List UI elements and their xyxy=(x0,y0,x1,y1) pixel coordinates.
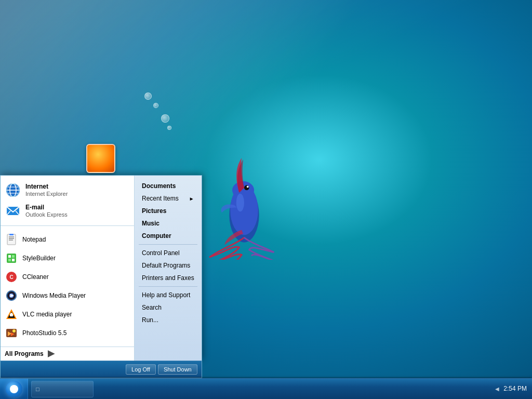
start-menu-left: Internet Internet Explorer E xyxy=(1,176,135,361)
all-programs-item[interactable]: All Programs xyxy=(1,347,134,361)
menu-item-email[interactable]: E-mail Outlook Express xyxy=(1,201,134,221)
internet-subtitle: Internet Explorer xyxy=(25,191,68,197)
bubble xyxy=(167,126,171,130)
svg-point-38 xyxy=(12,329,16,332)
right-item-documents[interactable]: Documents xyxy=(135,180,202,192)
ccleaner-label: CCleaner xyxy=(22,273,49,281)
start-menu: Internet Internet Explorer E xyxy=(0,144,202,378)
menu-item-internet[interactable]: Internet Internet Explorer xyxy=(1,180,134,201)
right-menu-items: Documents Recent Items ► Pictures Music … xyxy=(135,180,202,326)
taskbar-item[interactable]: □ xyxy=(31,381,94,397)
start-menu-panel: Internet Internet Explorer E xyxy=(0,175,202,361)
stylebuilder-icon xyxy=(5,251,18,265)
printers-label: Printers and Faxes xyxy=(142,274,194,282)
logoff-button[interactable]: Log Off xyxy=(126,364,156,375)
wmp-label: Windows Media Player xyxy=(22,292,86,299)
taskbar-arrow-icon[interactable]: ◀ xyxy=(495,386,499,392)
menu-item-vlc[interactable]: VLC media player xyxy=(1,305,134,324)
ccleaner-icon: C xyxy=(5,270,18,284)
fish-decoration xyxy=(197,145,291,260)
stylebuilder-label: StyleBuilder xyxy=(22,255,56,262)
menu-item-stylebuilder[interactable]: StyleBuilder xyxy=(1,249,134,268)
all-programs-arrow-icon xyxy=(48,350,55,357)
svg-point-3 xyxy=(244,185,249,191)
svg-point-34 xyxy=(10,313,12,315)
control-panel-label: Control Panel xyxy=(142,249,180,257)
bubble xyxy=(161,114,169,123)
right-separator-1 xyxy=(139,244,197,245)
vlc-icon xyxy=(5,308,18,321)
recent-arrow-icon: ► xyxy=(189,196,194,202)
right-separator-2 xyxy=(139,286,197,287)
start-menu-bottom: Log Off Shut Down xyxy=(0,361,202,378)
vlc-label: VLC media player xyxy=(22,311,72,318)
wmp-icon xyxy=(5,289,18,302)
right-item-search[interactable]: Search xyxy=(135,301,202,314)
right-item-music[interactable]: Music xyxy=(135,217,202,230)
right-item-default-programs[interactable]: Default Programs xyxy=(135,259,202,272)
email-subtitle: Outlook Express xyxy=(25,211,68,218)
all-programs-label: All Programs xyxy=(5,350,44,357)
start-menu-right: Documents Recent Items ► Pictures Music … xyxy=(135,176,202,361)
shutdown-button[interactable]: Shut Down xyxy=(158,364,197,375)
computer-label: Computer xyxy=(142,232,171,240)
recent-items: Notepad StyleBuilder xyxy=(1,226,134,347)
email-icon xyxy=(5,203,21,219)
menu-item-notepad[interactable]: Notepad xyxy=(1,230,134,249)
right-item-recent[interactable]: Recent Items ► xyxy=(135,192,202,205)
svg-rect-20 xyxy=(7,254,16,263)
svg-point-4 xyxy=(247,185,249,188)
ie-icon xyxy=(5,182,21,198)
svg-rect-22 xyxy=(12,255,15,258)
right-item-help[interactable]: Help and Support xyxy=(135,289,202,301)
email-title: E-mail xyxy=(25,204,68,211)
taskbar-programs: □ xyxy=(28,379,490,399)
documents-label: Documents xyxy=(142,182,176,190)
internet-title: Internet xyxy=(25,183,68,190)
svg-rect-23 xyxy=(8,259,11,261)
svg-text:C: C xyxy=(9,274,13,280)
clock: 2:54 PM xyxy=(503,385,527,393)
start-menu-logo-row xyxy=(0,144,202,175)
menu-item-photostudio[interactable]: PhotoStudio 5.5 xyxy=(1,324,134,342)
menu-item-ccleaner[interactable]: C CCleaner xyxy=(1,268,134,286)
svg-rect-21 xyxy=(8,255,11,258)
pinned-items: Internet Internet Explorer E xyxy=(1,176,134,226)
notepad-icon xyxy=(5,233,18,246)
right-item-control-panel[interactable]: Control Panel xyxy=(135,247,202,259)
start-button[interactable] xyxy=(0,379,28,400)
run-label: Run... xyxy=(142,316,158,324)
right-item-pictures[interactable]: Pictures xyxy=(135,205,202,217)
clock-time: 2:54 PM xyxy=(503,385,527,393)
svg-point-5 xyxy=(236,194,244,211)
right-item-printers[interactable]: Printers and Faxes xyxy=(135,272,202,284)
svg-rect-19 xyxy=(9,234,14,235)
svg-rect-15 xyxy=(7,234,16,245)
user-picture xyxy=(86,144,115,173)
taskbar-item-label: □ xyxy=(36,386,39,392)
music-label: Music xyxy=(142,220,159,227)
bubble xyxy=(153,103,158,108)
svg-rect-24 xyxy=(12,259,15,261)
menu-item-wmp[interactable]: Windows Media Player xyxy=(1,286,134,305)
pictures-label: Pictures xyxy=(142,207,166,215)
search-label: Search xyxy=(142,304,162,311)
recent-label: Recent Items xyxy=(142,195,179,202)
notepad-label: Notepad xyxy=(22,236,46,243)
taskbar-right: ◀ 2:54 PM xyxy=(490,385,532,393)
bubble xyxy=(144,92,152,100)
start-orb xyxy=(6,381,22,397)
right-item-run[interactable]: Run... xyxy=(135,314,202,326)
right-item-computer[interactable]: Computer xyxy=(135,230,202,242)
taskbar: □ ◀ 2:54 PM xyxy=(0,378,532,399)
help-label: Help and Support xyxy=(142,291,190,299)
photostudio-icon xyxy=(5,326,18,340)
photostudio-label: PhotoStudio 5.5 xyxy=(22,329,66,337)
default-programs-label: Default Programs xyxy=(142,262,190,269)
